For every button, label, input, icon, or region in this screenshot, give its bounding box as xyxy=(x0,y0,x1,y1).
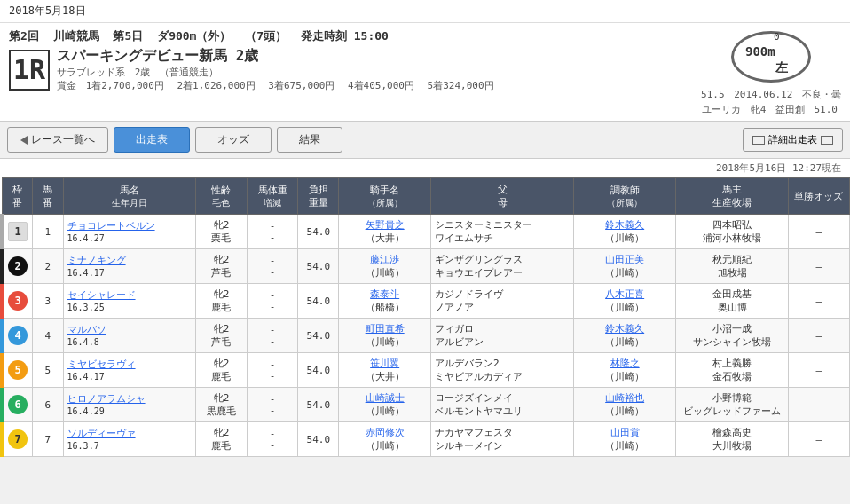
jockey-name-link[interactable]: 山崎誠士 xyxy=(366,392,405,404)
owner-cell: 小沼一成サンシャイン牧場 xyxy=(676,319,789,353)
jockey-name-link[interactable]: 矢野貴之 xyxy=(366,219,405,231)
burden-cell: 54.0 xyxy=(298,215,339,249)
sire-cell: ナカヤマフェスタシルキーメイン xyxy=(430,422,573,457)
horse-birthday: 16.4.29 xyxy=(67,406,105,416)
list-icon xyxy=(752,136,765,145)
table-row: 2 2 ミナノキング 16.4.17 牝2芦毛 -- 54.0 藤江渉 （川崎）… xyxy=(2,249,850,284)
jockey-cell: 町田直希 （川崎） xyxy=(339,319,431,353)
trainer-name-link[interactable]: 八木正喜 xyxy=(605,288,644,300)
jockey-belong: （川崎） xyxy=(366,440,405,452)
weight-cell: -- xyxy=(247,284,298,319)
th-owner: 馬主生産牧場 xyxy=(676,178,789,215)
horse-name-link[interactable]: ミヤビセラヴィ xyxy=(67,358,136,370)
jockey-belong: （大井） xyxy=(366,232,405,244)
trainer-belong: （川崎） xyxy=(605,406,644,417)
sex-cell: 牝2鹿毛 xyxy=(196,284,248,319)
jockey-name-link[interactable]: 町田直希 xyxy=(366,323,405,335)
sex-cell: 牝2芦毛 xyxy=(196,319,248,353)
jockey-cell: 赤岡修次 （川崎） xyxy=(339,422,431,457)
horse-name-link[interactable]: チョコレートベルン xyxy=(67,220,155,232)
trainer-cell: 林隆之 （川崎） xyxy=(574,353,676,388)
race-table: 枠番 馬番 馬名生年月日 性齢毛色 馬体重増減 負担重量 騎手名（所属） 父母 … xyxy=(0,177,850,457)
owner-cell: 秋元順紀旭牧場 xyxy=(676,249,789,284)
horse-birthday: 16.4.8 xyxy=(67,337,99,347)
horse-name-link[interactable]: ヒロノアラムシャ xyxy=(67,393,146,405)
tab-odds[interactable]: オッズ xyxy=(195,127,272,153)
odds-cell: ― xyxy=(788,215,849,249)
jockey-name-link[interactable]: 赤岡修次 xyxy=(366,427,405,438)
trainer-cell: 山崎裕也 （川崎） xyxy=(574,388,676,422)
sire-cell: カジノドライヴノアノア xyxy=(430,284,573,319)
trainer-name-link[interactable]: 山崎裕也 xyxy=(605,392,644,404)
trainer-cell: 鈴木義久 （川崎） xyxy=(574,215,676,249)
timestamp: 2018年5月16日 12:27現在 xyxy=(0,159,850,177)
weight-cell: -- xyxy=(247,353,298,388)
uma-cell: 1 xyxy=(33,215,64,249)
horse-name-link[interactable]: セイシャレード xyxy=(67,289,136,301)
odds-cell: ― xyxy=(788,284,849,319)
uma-cell: 5 xyxy=(33,353,64,388)
burden-cell: 54.0 xyxy=(298,422,339,457)
trainer-name-link[interactable]: 鈴木義久 xyxy=(605,323,644,335)
th-trainer: 調教師（所属） xyxy=(574,178,676,215)
burden-cell: 54.0 xyxy=(298,284,339,319)
sire-cell: フィガロアルビアン xyxy=(430,319,573,353)
back-button[interactable]: レース一覧へ xyxy=(7,127,108,153)
trainer-name-link[interactable]: 鈴木義久 xyxy=(605,219,644,231)
waku-cell: 1 xyxy=(2,215,33,249)
horse-name-link[interactable]: マルバソ xyxy=(67,324,106,335)
jockey-name-link[interactable]: 笹川翼 xyxy=(370,358,399,369)
race-number: 1R xyxy=(13,54,45,85)
weight-cell: -- xyxy=(247,319,298,353)
burden-cell: 54.0 xyxy=(298,319,339,353)
jockey-name-link[interactable]: 藤江渉 xyxy=(370,254,399,265)
owner-cell: 村上義勝金石牧場 xyxy=(676,353,789,388)
th-sex: 性齢毛色 xyxy=(196,178,248,215)
waku-cell: 5 xyxy=(2,353,33,388)
track-distance: 900m xyxy=(745,44,775,59)
jockey-cell: 笹川翼 （大井） xyxy=(339,353,431,388)
trainer-name-link[interactable]: 林隆之 xyxy=(610,358,640,369)
uma-cell: 3 xyxy=(33,284,64,319)
sex-cell: 牝2芦毛 xyxy=(196,249,248,284)
detail-button[interactable]: 詳細出走表 xyxy=(743,128,843,152)
uma-cell: 4 xyxy=(33,319,64,353)
track-record-line2: ユーリカ 牝4 益田創 51.0 xyxy=(701,103,841,118)
horse-name-link[interactable]: ミナノキング xyxy=(67,255,126,266)
race-name: スパーキングデビュー新馬 2歳 xyxy=(57,47,498,66)
jockey-belong: （川崎） xyxy=(366,406,405,417)
race-round: 第2回 xyxy=(9,29,39,43)
sire-cell: ロージズインメイベルモントヤマユリ xyxy=(430,388,573,422)
trainer-name-link[interactable]: 山田正美 xyxy=(605,254,644,265)
back-arrow-icon xyxy=(20,136,28,145)
sex-cell: 牝2栗毛 xyxy=(196,215,248,249)
nav-bar: レース一覧へ 出走表 オッズ 結果 詳細出走表 xyxy=(0,122,850,159)
table-row: 5 5 ミヤビセラヴィ 16.4.17 牝2鹿毛 -- 54.0 笹川翼 （大井… xyxy=(2,353,850,388)
horse-birthday: 16.3.7 xyxy=(67,441,99,451)
race-sub-info: サラブレッド系 2歳 （普通競走） xyxy=(57,66,498,79)
horse-birthday: 16.4.17 xyxy=(67,372,105,382)
trainer-name-link[interactable]: 山田賞 xyxy=(610,427,640,438)
horse-name-link[interactable]: ソルディーヴァ xyxy=(67,428,136,439)
sex-cell: 牝2鹿毛 xyxy=(196,353,248,388)
owner-cell: 檜森高史大川牧場 xyxy=(676,422,789,457)
tab-result[interactable]: 結果 xyxy=(277,127,342,153)
race-venue: 川崎競馬 xyxy=(53,29,99,43)
race-title-line: 第2回 川崎競馬 第5日 ダ900m（外） （7頭） 発走時刻 15:00 xyxy=(9,28,692,44)
horse-cell: ミナノキング 16.4.17 xyxy=(63,249,196,284)
race-prize-line: 賞金 1着2,700,000円 2着1,026,000円 3着675,000円 … xyxy=(57,79,498,92)
uma-cell: 2 xyxy=(33,249,64,284)
uma-cell: 6 xyxy=(33,388,64,422)
th-burden: 負担重量 xyxy=(298,178,339,215)
race-distance: ダ900m（外） xyxy=(157,29,231,43)
trainer-belong: （川崎） xyxy=(605,336,644,348)
th-horse: 馬名生年月日 xyxy=(63,178,196,215)
list-icon2 xyxy=(821,136,833,145)
sire-cell: アルデバラン2ミヤビアルカディア xyxy=(430,353,573,388)
race-number-box: 1R xyxy=(9,50,50,91)
th-sire: 父母 xyxy=(430,178,573,215)
track-diagram-block: 900m 左 0 51.5 2014.06.12 不良・曇 ユーリカ 牝4 益田… xyxy=(701,28,841,117)
jockey-name-link[interactable]: 森泰斗 xyxy=(370,288,399,300)
horse-cell: ソルディーヴァ 16.3.7 xyxy=(63,422,196,457)
tab-entry-list[interactable]: 出走表 xyxy=(114,127,190,153)
